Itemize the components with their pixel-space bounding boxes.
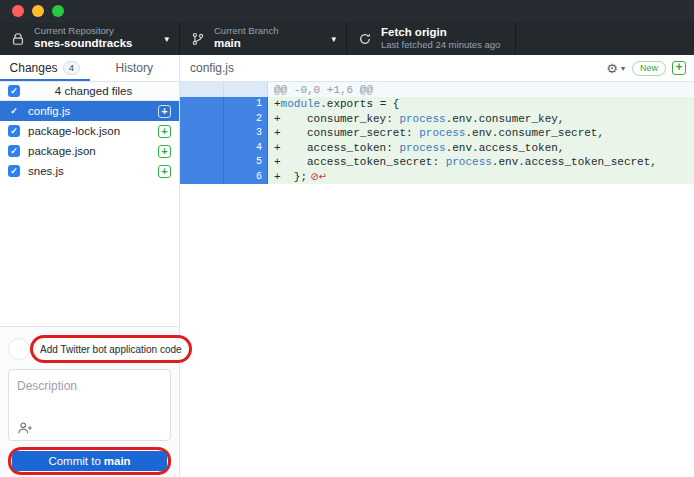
diff-code-line[interactable]: 6 + }; ⊘↵ [180, 170, 694, 185]
tab-changes-label: Changes [10, 61, 58, 75]
annotation-summary-highlight: Add Twitter bot application code [30, 335, 192, 363]
line-number: 5 [224, 155, 268, 170]
chevron-down-icon: ▾ [621, 64, 625, 73]
select-all-checkbox[interactable]: ✓ [8, 85, 20, 97]
hunk-header: @@ -0,0 +1,6 @@ [268, 82, 694, 97]
check-icon: ✓ [10, 127, 18, 136]
summary-row: Add Twitter bot application code [8, 334, 171, 364]
file-added-icon: + [158, 145, 171, 158]
hunk-gutter [180, 82, 268, 97]
commit-button-branch: main [104, 455, 131, 467]
file-row[interactable]: ✓ package-lock.json + [0, 121, 179, 141]
changed-files-header: ✓ 4 changed files [0, 82, 179, 101]
description-input[interactable]: Description [8, 369, 171, 441]
traffic-lights [12, 5, 64, 17]
sync-icon [357, 31, 373, 47]
diff-line-gutter[interactable]: 4 [180, 141, 268, 156]
gear-icon: ⚙ [606, 62, 618, 75]
diff-panel: config.js ⚙ ▾ New + @@ -0,0 +1,6 @@ 1 +m… [180, 55, 694, 477]
current-branch-button[interactable]: Current Branch main ▾ [180, 22, 347, 55]
current-repository-button[interactable]: Current Repository snes-soundtracks ▾ [0, 22, 180, 55]
file-name: package-lock.json [28, 125, 158, 137]
diff-line-gutter[interactable]: 5 [180, 155, 268, 170]
code-text: + consumer_secret: process.env.consumer_… [268, 126, 694, 141]
code-text: + access_token_secret: process.env.acces… [268, 155, 694, 170]
line-number: 6 [224, 170, 268, 185]
diff-code-line[interactable]: 2 + consumer_key: process.env.consumer_k… [180, 112, 694, 127]
commit-form: Add Twitter bot application code Descrip… [0, 326, 179, 477]
content: Changes 4 History ✓ 4 changed files ✓ co… [0, 55, 694, 477]
commit-button[interactable]: Commit to main [12, 451, 167, 471]
changed-files-count: 4 changed files [28, 85, 159, 97]
hunk-header-row: @@ -0,0 +1,6 @@ [180, 82, 694, 97]
file-name: package.json [28, 145, 158, 157]
repo-name: snes-soundtracks [34, 37, 160, 50]
diff-line-gutter[interactable]: 2 [180, 112, 268, 127]
avatar [8, 338, 30, 360]
branch-name: main [214, 37, 327, 50]
check-icon: ✓ [10, 167, 18, 176]
file-row[interactable]: ✓ config.js + [0, 101, 179, 121]
github-desktop-window: Current Repository snes-soundtracks ▾ Cu… [0, 0, 694, 477]
sidebar: Changes 4 History ✓ 4 changed files ✓ co… [0, 55, 180, 477]
close-button[interactable] [12, 5, 24, 17]
annotation-commit-highlight: Commit to main [8, 447, 171, 475]
file-added-icon: + [158, 165, 171, 178]
sidebar-tabs: Changes 4 History [0, 55, 179, 82]
diff-line-gutter[interactable]: 1 [180, 97, 268, 112]
fetch-origin-button[interactable]: Fetch origin Last fetched 24 minutes ago [347, 22, 516, 55]
code-text: +module.exports = { [268, 97, 694, 112]
file-row[interactable]: ✓ package.json + [0, 141, 179, 161]
fetch-sublabel: Last fetched 24 minutes ago [381, 40, 505, 51]
tab-history[interactable]: History [90, 55, 180, 81]
line-number: 3 [224, 126, 268, 141]
diff-code-line[interactable]: 4 + access_token: process.env.access_tok… [180, 141, 694, 156]
file-name: config.js [28, 105, 158, 117]
line-number: 4 [224, 141, 268, 156]
toolbar: Current Repository snes-soundtracks ▾ Cu… [0, 22, 694, 55]
tab-changes[interactable]: Changes 4 [0, 55, 90, 81]
add-coauthor-button[interactable] [17, 421, 33, 435]
diff-body: @@ -0,0 +1,6 @@ 1 +module.exports = { 2 … [180, 82, 694, 477]
file-checkbox[interactable]: ✓ [8, 125, 20, 137]
changes-count-badge: 4 [63, 61, 80, 75]
check-icon: ✓ [10, 147, 18, 156]
file-name: snes.js [28, 165, 158, 177]
check-icon: ✓ [10, 87, 18, 96]
minimize-button[interactable] [32, 5, 44, 17]
diff-line-gutter[interactable]: 6 [180, 170, 268, 185]
file-checkbox[interactable]: ✓ [8, 105, 20, 117]
diff-line-gutter[interactable]: 3 [180, 126, 268, 141]
file-added-icon: + [158, 125, 171, 138]
file-row[interactable]: ✓ snes.js + [0, 161, 179, 181]
lock-icon [10, 31, 26, 47]
chevron-down-icon: ▾ [331, 34, 336, 44]
description-placeholder: Description [17, 379, 77, 393]
branch-label: Current Branch [214, 26, 327, 37]
fetch-label: Fetch origin [381, 26, 505, 39]
code-text: + }; ⊘↵ [268, 170, 694, 185]
file-added-icon: + [158, 105, 171, 118]
new-status-badge: New [632, 61, 666, 76]
commit-button-label: Commit to [48, 455, 100, 467]
file-checkbox[interactable]: ✓ [8, 145, 20, 157]
diff-code-line[interactable]: 1 +module.exports = { [180, 97, 694, 112]
chevron-down-icon: ▾ [164, 34, 169, 44]
diff-code-line[interactable]: 3 + consumer_secret: process.env.consume… [180, 126, 694, 141]
line-number: 1 [224, 97, 268, 112]
summary-input[interactable]: Add Twitter bot application code [33, 344, 189, 355]
repo-label: Current Repository [34, 26, 160, 37]
code-text: + access_token: process.env.access_token… [268, 141, 694, 156]
diff-options-button[interactable]: ⚙ ▾ [606, 62, 625, 75]
tab-history-label: History [116, 61, 153, 75]
check-icon: ✓ [10, 107, 18, 116]
file-list: ✓ config.js + ✓ package-lock.json + ✓ pa… [0, 101, 179, 181]
code-lines: 1 +module.exports = { 2 + consumer_key: … [180, 97, 694, 184]
zoom-button[interactable] [52, 5, 64, 17]
added-file-icon: + [672, 61, 686, 75]
diff-file-title: config.js [190, 61, 606, 75]
diff-code-line[interactable]: 5 + access_token_secret: process.env.acc… [180, 155, 694, 170]
branch-icon [190, 31, 206, 47]
file-checkbox[interactable]: ✓ [8, 165, 20, 177]
code-text: + consumer_key: process.env.consumer_key… [268, 112, 694, 127]
